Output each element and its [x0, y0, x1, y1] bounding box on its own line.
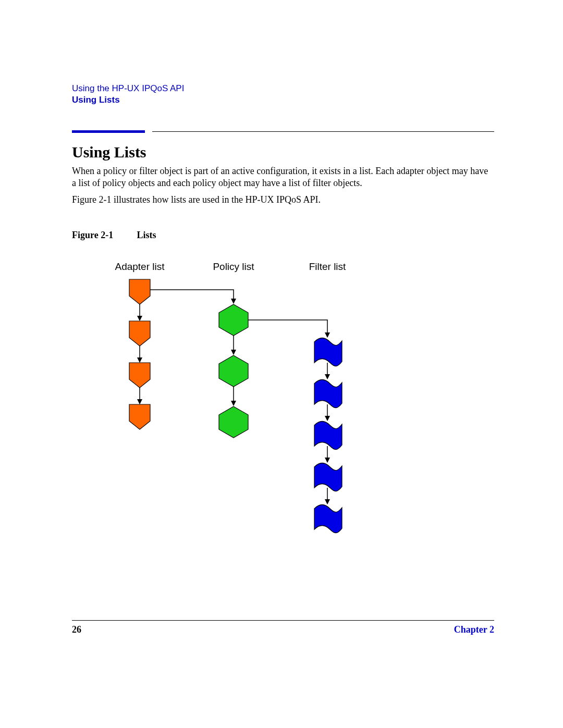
svg-marker-2: [219, 406, 248, 438]
page-number: 26: [72, 624, 81, 635]
policy-to-filter-link: [248, 320, 327, 337]
figure-label: Figure 2-1: [72, 230, 134, 241]
col-header-filter: Filter list: [309, 261, 346, 272]
adapter-node-1: [129, 279, 150, 304]
filter-node-3: [314, 421, 342, 449]
figure-diagram: Adapter list Policy list Filter list: [103, 258, 494, 552]
header-chapter-path: Using the HP-UX IPQoS API: [72, 83, 494, 94]
col-header-policy: Policy list: [213, 261, 254, 272]
policy-node-3: [219, 406, 248, 438]
adapter-node-3: [129, 363, 150, 388]
figure-title: Lists: [137, 230, 156, 240]
chapter-reference: Chapter 2: [454, 624, 494, 635]
footer-rule: [72, 620, 494, 621]
adapter-node-2: [129, 321, 150, 346]
adapter-to-policy-link: [150, 290, 234, 303]
section-rule: [72, 130, 494, 133]
policy-node-1: [219, 304, 248, 336]
policy-node-2: [219, 355, 248, 387]
adapter-node-4: [129, 404, 150, 429]
col-header-adapter: Adapter list: [115, 261, 165, 272]
svg-marker-0: [219, 304, 248, 336]
svg-marker-1: [219, 355, 248, 387]
filter-node-5: [314, 504, 342, 533]
figure-caption: Figure 2-1 Lists: [72, 230, 494, 241]
body-paragraph-2: Figure 2-1 illustrates how lists are use…: [72, 194, 494, 206]
filter-node-1: [314, 338, 342, 366]
section-title: Using Lists: [72, 143, 494, 161]
filter-node-4: [314, 463, 342, 491]
header-section: Using Lists: [72, 95, 494, 105]
body-paragraph-1: When a policy or filter object is part o…: [72, 165, 494, 189]
filter-node-2: [314, 379, 342, 408]
